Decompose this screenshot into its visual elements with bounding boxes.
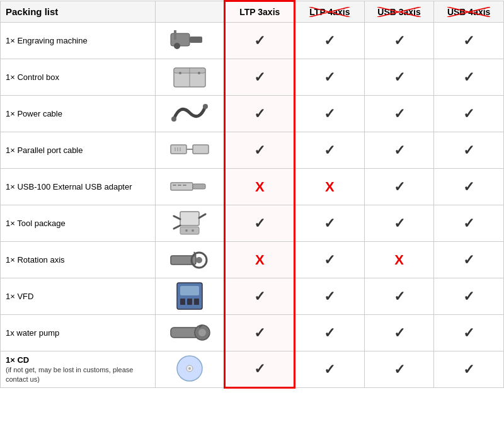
header-ltp4: LTP 4axis bbox=[295, 1, 365, 23]
svg-rect-17 bbox=[171, 145, 186, 154]
ltp3-value: ✓ bbox=[225, 315, 295, 351]
ltp4-value: ✓ bbox=[295, 351, 365, 388]
ltp3-value: ✓ bbox=[225, 23, 295, 59]
ltp4-value: ✓ bbox=[295, 205, 365, 242]
usb3-value: X bbox=[364, 242, 434, 278]
usb3-value: ✓ bbox=[364, 315, 434, 351]
ltp3-value: ✓ bbox=[225, 278, 295, 315]
svg-point-50 bbox=[188, 367, 191, 370]
table-row: 1x water pump✓✓✓✓ bbox=[1, 315, 504, 351]
header-packing-list: Packing list bbox=[1, 1, 156, 23]
table-header: Packing list LTP 3axis LTP 4axis USB 3ax… bbox=[1, 1, 504, 23]
table-row: 1× CD(if not get, may be lost in customs… bbox=[1, 351, 504, 388]
usb4-header-text: USB 4axis bbox=[447, 7, 490, 17]
usb4-value: ✓ bbox=[434, 242, 504, 278]
svg-rect-25 bbox=[173, 185, 176, 186]
ltp4-value: ✓ bbox=[295, 315, 365, 351]
svg-line-29 bbox=[174, 216, 180, 219]
ltp3-value: ✓ bbox=[225, 351, 295, 388]
ltp3-value: ✓ bbox=[225, 96, 295, 132]
svg-point-16 bbox=[203, 104, 208, 109]
header-usb4: USB 4axis bbox=[434, 1, 504, 23]
header-usb3: USB 3axis bbox=[364, 1, 434, 23]
packing-list-table: Packing list LTP 3axis LTP 4axis USB 3ax… bbox=[0, 0, 504, 389]
svg-point-33 bbox=[185, 229, 188, 232]
svg-rect-41 bbox=[180, 299, 185, 305]
item-name: 1× Control box bbox=[1, 59, 156, 96]
svg-point-14 bbox=[198, 72, 200, 74]
item-name: 1× Power cable bbox=[1, 96, 156, 132]
table-row: 1× Parallel port cable✓✓✓✓ bbox=[1, 132, 504, 169]
ltp4-value: ✓ bbox=[295, 242, 365, 278]
item-image bbox=[155, 59, 225, 96]
header-ltp3: LTP 3axis bbox=[225, 1, 295, 23]
svg-point-46 bbox=[198, 329, 206, 336]
usb3-value: ✓ bbox=[364, 278, 434, 315]
svg-point-8 bbox=[174, 43, 180, 49]
ltp4-value: ✓ bbox=[295, 278, 365, 315]
item-name: 1× CD(if not get, may be lost in customs… bbox=[1, 351, 156, 388]
item-image bbox=[155, 132, 225, 169]
ltp4-value: ✓ bbox=[295, 59, 365, 96]
table-row: 1× Engraving machine✓✓✓✓ bbox=[1, 23, 504, 59]
svg-rect-26 bbox=[178, 185, 181, 186]
item-name: 1× Tool package bbox=[1, 205, 156, 242]
svg-rect-6 bbox=[171, 33, 190, 46]
item-image bbox=[155, 242, 225, 278]
usb3-value: ✓ bbox=[364, 351, 434, 388]
usb3-header-text: USB 3axis bbox=[377, 7, 420, 17]
ltp4-value: ✓ bbox=[295, 96, 365, 132]
table-row: 1× USB-100 External USB adapterXX✓✓ bbox=[1, 169, 504, 205]
item-image bbox=[155, 278, 225, 315]
ltp3-value: X bbox=[225, 242, 295, 278]
usb4-value: ✓ bbox=[434, 169, 504, 205]
item-name: 1× VFD bbox=[1, 278, 156, 315]
ltp4-value: ✓ bbox=[295, 23, 365, 59]
svg-point-13 bbox=[179, 72, 181, 74]
usb4-value: ✓ bbox=[434, 132, 504, 169]
table-row: 1× VFD✓✓✓✓ bbox=[1, 278, 504, 315]
table-row: 1× Power cable✓✓✓✓ bbox=[1, 96, 504, 132]
item-image bbox=[155, 169, 225, 205]
ltp4-value: X bbox=[295, 169, 365, 205]
item-image bbox=[155, 23, 225, 59]
item-name: 1× Rotation axis bbox=[1, 242, 156, 278]
table-row: 1× Rotation axisX✓X✓ bbox=[1, 242, 504, 278]
svg-rect-18 bbox=[193, 145, 209, 154]
item-name: 1× USB-100 External USB adapter bbox=[1, 169, 156, 205]
svg-line-31 bbox=[199, 214, 205, 218]
svg-rect-42 bbox=[187, 299, 192, 305]
svg-rect-24 bbox=[193, 184, 205, 189]
ltp3-value: ✓ bbox=[225, 132, 295, 169]
svg-rect-7 bbox=[190, 37, 202, 43]
item-image bbox=[155, 205, 225, 242]
usb4-value: ✓ bbox=[434, 315, 504, 351]
item-name: 1x water pump bbox=[1, 315, 156, 351]
usb3-value: ✓ bbox=[364, 169, 434, 205]
item-name: 1× Parallel port cable bbox=[1, 132, 156, 169]
usb4-value: ✓ bbox=[434, 96, 504, 132]
usb3-value: ✓ bbox=[364, 59, 434, 96]
usb4-value: ✓ bbox=[434, 205, 504, 242]
usb3-value: ✓ bbox=[364, 96, 434, 132]
usb3-value: ✓ bbox=[364, 205, 434, 242]
svg-rect-9 bbox=[174, 30, 176, 40]
item-image bbox=[155, 351, 225, 388]
item-image bbox=[155, 315, 225, 351]
ltp3-value: ✓ bbox=[225, 205, 295, 242]
svg-rect-27 bbox=[183, 185, 186, 186]
ltp3-value: X bbox=[225, 169, 295, 205]
usb4-value: ✓ bbox=[434, 59, 504, 96]
svg-line-30 bbox=[174, 225, 180, 229]
ltp4-header-text: LTP 4axis bbox=[309, 7, 350, 17]
usb4-value: ✓ bbox=[434, 351, 504, 388]
usb3-value: ✓ bbox=[364, 132, 434, 169]
usb3-value: ✓ bbox=[364, 23, 434, 59]
item-name: 1× Engraving machine bbox=[1, 23, 156, 59]
table-row: 1× Control box✓✓✓✓ bbox=[1, 59, 504, 96]
svg-point-37 bbox=[196, 257, 202, 263]
svg-rect-40 bbox=[180, 286, 199, 295]
svg-rect-32 bbox=[180, 227, 199, 234]
svg-rect-23 bbox=[171, 183, 193, 190]
usb4-value: ✓ bbox=[434, 23, 504, 59]
